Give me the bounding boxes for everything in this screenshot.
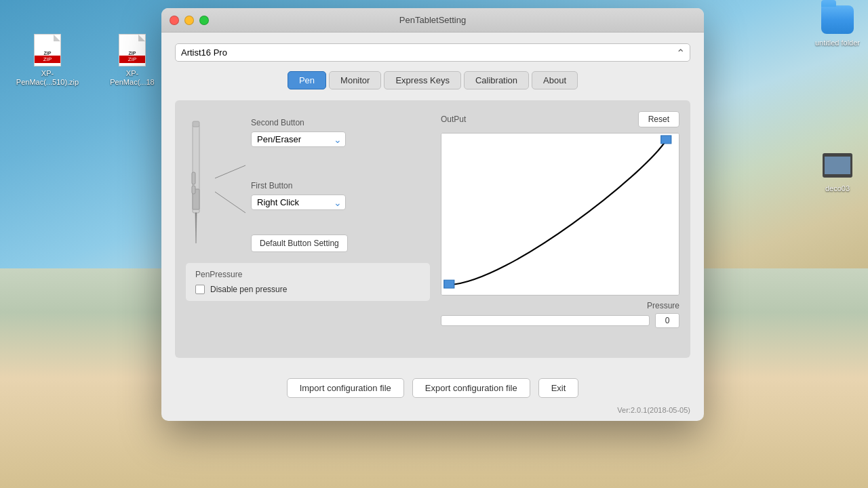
button-config: Second Button Pen/Eraser ⌄ F bbox=[251, 111, 430, 252]
second-button-select-row: Pen/Eraser ⌄ bbox=[251, 131, 430, 147]
import-button[interactable]: Import configuration file bbox=[287, 378, 404, 398]
disable-pressure-label: Disable pen pressure bbox=[210, 285, 287, 294]
pen-visual bbox=[186, 111, 206, 246]
connector-svg bbox=[212, 118, 245, 243]
exit-button[interactable]: Exit bbox=[538, 378, 579, 398]
desktop-icon-folder[interactable]: untitled folder bbox=[810, 3, 865, 47]
disable-pressure-row: Disable pen pressure bbox=[195, 285, 420, 294]
desktop-icon-label: XP-PenMac(...18 bbox=[105, 69, 159, 87]
curve-container[interactable] bbox=[441, 133, 679, 296]
tab-express-keys[interactable]: Express Keys bbox=[384, 71, 460, 89]
pressure-bar-row: 0 bbox=[441, 313, 679, 328]
zip-label: ZIP bbox=[119, 56, 145, 63]
version-text: Ver:2.0.1(2018-05-05) bbox=[175, 406, 690, 414]
main-content: Second Button Pen/Eraser ⌄ F bbox=[175, 100, 690, 358]
tab-about[interactable]: About bbox=[532, 71, 578, 89]
monitor-icon bbox=[823, 153, 852, 178]
desktop-icon-zip1[interactable]: ZIP ZIP XP-PenMac(...510).zip bbox=[20, 34, 75, 87]
svg-rect-9 bbox=[444, 280, 454, 288]
desktop-icon-label: XP-PenMac(...510).zip bbox=[16, 69, 79, 87]
close-button[interactable] bbox=[170, 16, 179, 25]
window-title: PenTabletSetting bbox=[399, 15, 466, 25]
folder-icon bbox=[821, 5, 854, 34]
zip-icon: ZIP ZIP bbox=[119, 34, 146, 66]
second-button-label: Second Button bbox=[251, 118, 430, 127]
second-button-group: Second Button Pen/Eraser ⌄ bbox=[251, 118, 430, 147]
window-body: Artist16 Pro ⌃ Pen Monitor Express Keys … bbox=[161, 33, 704, 369]
footer-buttons: Import configuration file Export configu… bbox=[287, 378, 579, 398]
window-footer: Import configuration file Export configu… bbox=[161, 369, 704, 421]
pressure-section: PenPressure Disable pen pressure bbox=[186, 263, 430, 301]
tab-bar: Pen Monitor Express Keys Calibration Abo… bbox=[175, 71, 690, 89]
device-select[interactable]: Artist16 Pro bbox=[175, 43, 690, 62]
svg-rect-1 bbox=[193, 121, 199, 127]
svg-line-6 bbox=[215, 165, 245, 178]
zip-icon: ZIP ZIP bbox=[34, 34, 61, 66]
svg-line-7 bbox=[215, 192, 245, 213]
pen-svg bbox=[186, 118, 206, 243]
svg-marker-5 bbox=[195, 213, 197, 243]
tab-pen[interactable]: Pen bbox=[288, 71, 326, 89]
first-button-select-row: Right Click ⌄ bbox=[251, 195, 430, 210]
pressure-axis-label: Pressure bbox=[441, 301, 679, 310]
desktop-icon-zip2[interactable]: ZIP ZIP XP-PenMac(...18 bbox=[105, 34, 159, 87]
window-titlebar: PenTabletSetting bbox=[161, 8, 704, 33]
first-button-select[interactable]: Right Click bbox=[251, 195, 346, 210]
reset-button[interactable]: Reset bbox=[638, 111, 679, 127]
window-controls bbox=[170, 16, 209, 25]
tab-calibration[interactable]: Calibration bbox=[464, 71, 529, 89]
minimize-button[interactable] bbox=[184, 16, 194, 25]
pressure-bar bbox=[441, 315, 650, 326]
device-selector: Artist16 Pro ⌃ bbox=[175, 43, 690, 62]
svg-rect-3 bbox=[192, 172, 195, 184]
export-button[interactable]: Export configuration file bbox=[412, 378, 530, 398]
svg-rect-8 bbox=[441, 134, 679, 295]
pressure-section-title: PenPressure bbox=[195, 270, 420, 279]
device-select-wrapper: Artist16 Pro ⌃ bbox=[175, 43, 690, 62]
default-button-setting[interactable]: Default Button Setting bbox=[251, 235, 348, 252]
connector-lines bbox=[212, 118, 245, 243]
desktop-icon-label: deco03 bbox=[825, 184, 850, 193]
first-button-label: First Button bbox=[251, 181, 430, 190]
tab-monitor[interactable]: Monitor bbox=[329, 71, 381, 89]
desktop-icon-label: untitled folder bbox=[815, 39, 860, 47]
desktop: ZIP ZIP XP-PenMac(...510).zip ZIP ZIP XP… bbox=[0, 0, 868, 488]
output-label: OutPut bbox=[441, 115, 466, 124]
pressure-value: 0 bbox=[655, 313, 679, 328]
svg-rect-10 bbox=[661, 136, 671, 144]
first-button-group: First Button Right Click ⌄ bbox=[251, 181, 430, 210]
zip-label: ZIP bbox=[35, 56, 60, 63]
pressure-curve-svg bbox=[441, 134, 679, 295]
disable-pressure-checkbox[interactable] bbox=[195, 285, 205, 294]
curve-header: OutPut Reset bbox=[441, 111, 679, 127]
curve-panel: OutPut Reset bbox=[441, 111, 679, 347]
pen-panel: Second Button Pen/Eraser ⌄ F bbox=[186, 111, 430, 347]
maximize-button[interactable] bbox=[199, 16, 209, 25]
second-button-select[interactable]: Pen/Eraser bbox=[251, 131, 346, 147]
svg-rect-4 bbox=[192, 186, 195, 194]
app-window: PenTabletSetting Artist16 Pro ⌃ Pen Moni… bbox=[161, 8, 704, 421]
desktop-icon-monitor[interactable]: deco03 bbox=[810, 149, 865, 193]
